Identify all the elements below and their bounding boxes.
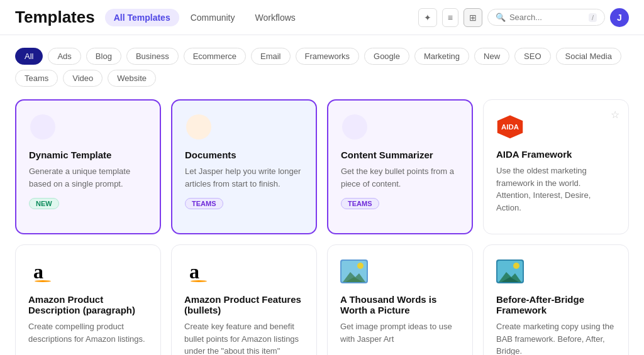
card-title-before-after-bridge: Before-After-Bridge Framework [496, 294, 616, 315]
filter-google[interactable]: Google [364, 48, 409, 65]
main-content: All Ads Blog Business Ecommerce Email Fr… [0, 35, 644, 355]
filter-all[interactable]: All [15, 48, 43, 65]
card-icon-documents: 🍗 [185, 113, 213, 141]
card-icon-sparkle: ✦ [29, 113, 57, 141]
card-title-amazon-features: Amazon Product Features (bullets) [184, 294, 304, 315]
card-icon-before-after-bridge [496, 258, 524, 285]
svg-point-4 [342, 114, 367, 139]
card-icon-content-summarizer: 🍦 [341, 113, 369, 141]
filter-video[interactable]: Video [63, 70, 103, 87]
card-desc-amazon-description: Create compelling product descriptions f… [28, 320, 148, 345]
filter-website[interactable]: Website [108, 70, 156, 87]
card-desc-content-summarizer: Get the key bullet points from a piece o… [341, 165, 459, 190]
card-desc-amazon-features: Create key feature and benefit bullet po… [184, 320, 304, 355]
badge-teams-documents: TEAMS [185, 198, 223, 209]
card-thousand-words[interactable]: A Thousand Words is Worth a Picture Get … [327, 244, 473, 355]
svg-point-2 [186, 114, 211, 139]
card-icon-thousand-words [340, 258, 368, 285]
search-shortcut: / [589, 13, 597, 22]
filter-ads[interactable]: Ads [48, 48, 80, 65]
card-desc-aida: Use the oldest marketing framework in th… [496, 165, 616, 214]
badge-teams-summarizer: TEAMS [341, 198, 379, 209]
filter-email[interactable]: Email [251, 48, 291, 65]
badge-beta: Beta [340, 352, 370, 355]
filter-teams[interactable]: Teams [15, 70, 58, 87]
svg-point-11 [357, 263, 364, 269]
search-input[interactable] [509, 13, 585, 22]
search-box: 🔍 / [487, 9, 605, 26]
sparkle-button[interactable]: ✦ [418, 8, 437, 27]
card-before-after-bridge[interactable]: Before-After-Bridge Framework Create mar… [483, 244, 629, 355]
tab-community[interactable]: Community [182, 9, 244, 26]
filter-row: All Ads Blog Business Ecommerce Email Fr… [15, 48, 629, 87]
filter-business[interactable]: Business [126, 48, 179, 65]
header: Templates All Templates Community Workfl… [0, 0, 644, 35]
avatar[interactable]: J [610, 8, 629, 27]
filter-social-media[interactable]: Social Media [556, 48, 621, 65]
card-desc-documents: Let Jasper help you write longer article… [185, 165, 303, 190]
cards-grid: ✦ Dynamic Template Generate a unique tem… [15, 99, 629, 355]
search-icon: 🔍 [496, 13, 506, 22]
badge-new: NEW [29, 198, 59, 209]
tab-workflows[interactable]: Workflows [246, 9, 304, 26]
card-desc-thousand-words: Get image prompt ideas to use with Jaspe… [340, 320, 460, 345]
card-icon-amazon-description: a [28, 258, 56, 285]
list-view-button[interactable]: ≡ [442, 8, 458, 27]
card-content-summarizer[interactable]: 🍦 Content Summarizer Get the key bullet … [327, 99, 473, 234]
card-title-dynamic-template: Dynamic Template [29, 150, 147, 160]
svg-text:AIDA: AIDA [501, 123, 519, 131]
filter-new[interactable]: New [474, 48, 509, 65]
card-icon-amazon-features: a [184, 258, 212, 285]
app-container: Templates All Templates Community Workfl… [0, 0, 644, 355]
grid-view-button[interactable]: ⊞ [464, 8, 482, 27]
svg-point-16 [513, 263, 519, 269]
card-amazon-description[interactable]: a Amazon Product Description (paragraph)… [15, 244, 161, 355]
tab-all-templates[interactable]: All Templates [105, 9, 179, 26]
card-desc-dynamic-template: Generate a unique template based on a si… [29, 165, 147, 190]
svg-point-0 [30, 114, 55, 139]
filter-marketing[interactable]: Marketing [414, 48, 469, 65]
card-documents[interactable]: 🍗 Documents Let Jasper help you write lo… [171, 99, 317, 234]
toolbar-right: ✦ ≡ ⊞ 🔍 / J [418, 8, 629, 27]
card-title-amazon-description: Amazon Product Description (paragraph) [28, 294, 148, 315]
card-title-thousand-words: A Thousand Words is Worth a Picture [340, 294, 460, 315]
card-title-documents: Documents [185, 150, 303, 160]
card-icon-aida: AIDA [496, 112, 524, 140]
card-desc-before-after-bridge: Create marketing copy using the BAB fram… [496, 320, 616, 355]
filter-ecommerce[interactable]: Ecommerce [184, 48, 246, 65]
page-title: Templates [15, 8, 95, 27]
card-amazon-features[interactable]: a Amazon Product Features (bullets) Crea… [171, 244, 317, 355]
filter-seo[interactable]: SEO [514, 48, 550, 65]
card-dynamic-template[interactable]: ✦ Dynamic Template Generate a unique tem… [15, 99, 161, 234]
card-title-content-summarizer: Content Summarizer [341, 150, 459, 160]
card-aida-framework[interactable]: ☆ AIDA AIDA Framework Use the oldest mar… [483, 99, 629, 234]
filter-frameworks[interactable]: Frameworks [296, 48, 360, 65]
nav-tabs: All Templates Community Workflows [105, 9, 304, 26]
filter-blog[interactable]: Blog [86, 48, 121, 65]
star-button-aida[interactable]: ☆ [611, 109, 619, 121]
card-title-aida: AIDA Framework [496, 149, 616, 160]
